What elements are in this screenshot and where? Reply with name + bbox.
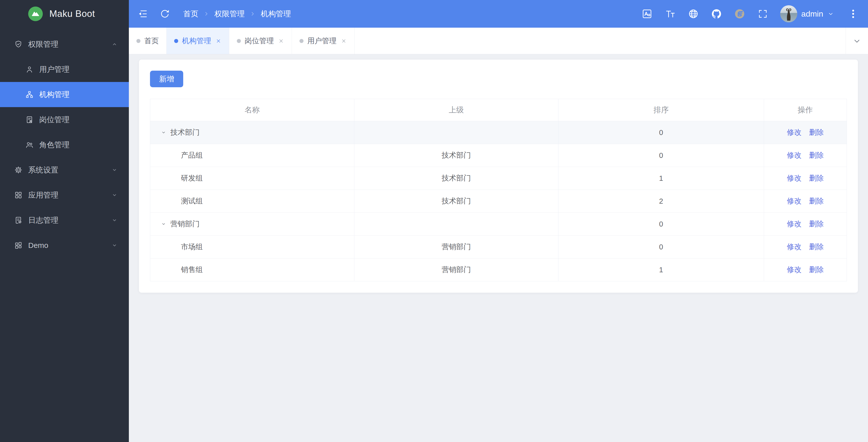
chevron-down-icon: [827, 10, 834, 18]
more-vertical-icon[interactable]: [847, 8, 859, 20]
edit-link[interactable]: 修改: [787, 128, 802, 136]
edit-link[interactable]: 修改: [787, 174, 802, 182]
table-row[interactable]: 营销部门 0 修改删除: [150, 213, 847, 236]
sidebar-item-log-management[interactable]: 日志管理: [0, 208, 129, 233]
col-actions: 操作: [764, 99, 847, 121]
user-icon: [25, 65, 34, 74]
table-row[interactable]: 研发组 技术部门 1 修改删除: [150, 167, 847, 190]
logo-mountain-icon: [28, 6, 43, 21]
add-button[interactable]: 新增: [150, 71, 183, 87]
shield-check-icon: [14, 40, 23, 48]
sidebar-item-system-settings[interactable]: 系统设置: [0, 158, 129, 182]
sidebar-item-role-management[interactable]: 角色管理: [0, 132, 129, 158]
col-sort: 排序: [558, 99, 764, 121]
expand-arrow-icon[interactable]: [160, 129, 167, 136]
org-name: 销售组: [181, 265, 203, 275]
tab-label: 首页: [144, 36, 159, 46]
org-table: 名称 上级 排序 操作 技术部门 0: [150, 99, 847, 281]
sidebar-item-label: 系统设置: [28, 165, 111, 175]
app-title: Maku Boot: [49, 8, 95, 19]
org-parent: 营销部门: [354, 236, 558, 259]
avatar: [780, 5, 797, 22]
roles-icon: [25, 141, 34, 149]
edit-link[interactable]: 修改: [787, 220, 802, 228]
org-name: 营销部门: [170, 219, 199, 229]
tabbar-dropdown[interactable]: [846, 28, 868, 54]
chevron-down-icon: [111, 166, 118, 174]
table-row[interactable]: 技术部门 0 修改删除: [150, 121, 847, 144]
tab-user-management[interactable]: 用户管理: [292, 28, 354, 54]
log-doc-icon: [14, 216, 23, 225]
table-row[interactable]: 产品组 技术部门 0 修改删除: [150, 144, 847, 167]
table-row[interactable]: 测试组 技术部门 2 修改删除: [150, 190, 847, 213]
sidebar-item-label: 机构管理: [39, 90, 118, 100]
org-sort: 2: [558, 190, 764, 213]
gitee-icon[interactable]: [734, 8, 745, 20]
chevron-right-icon: [250, 11, 256, 17]
tab-post-management[interactable]: 岗位管理: [229, 28, 292, 54]
edit-link[interactable]: 修改: [787, 266, 802, 274]
chevron-up-icon: [111, 40, 118, 48]
close-icon[interactable]: [341, 38, 347, 44]
sidebar-item-permission-management[interactable]: 权限管理: [0, 32, 129, 57]
org-parent: 营销部门: [354, 259, 558, 281]
org-parent: 技术部门: [354, 190, 558, 213]
top-header: 首页 权限管理 机构管理: [129, 0, 868, 28]
tab-home[interactable]: 首页: [129, 28, 166, 54]
sidebar-item-org-management[interactable]: 机构管理: [0, 82, 129, 107]
sidebar-item-label: 日志管理: [28, 215, 111, 226]
content-area: 新增 名称 上级 排序 操作: [129, 54, 868, 442]
globe-icon[interactable]: [687, 8, 699, 20]
table-row[interactable]: 销售组 营销部门 1 修改删除: [150, 259, 847, 281]
org-name: 市场组: [181, 242, 203, 252]
delete-link[interactable]: 删除: [809, 197, 824, 205]
refresh-icon[interactable]: [159, 8, 170, 20]
delete-link[interactable]: 删除: [809, 151, 824, 159]
delete-link[interactable]: 删除: [809, 128, 824, 136]
delete-link[interactable]: 删除: [809, 220, 824, 228]
translate-icon[interactable]: [641, 8, 653, 20]
chevron-right-icon: [203, 11, 209, 17]
tab-org-management[interactable]: 机构管理: [166, 28, 229, 54]
org-sort: 0: [558, 213, 764, 236]
breadcrumb-current: 机构管理: [261, 9, 291, 19]
delete-link[interactable]: 删除: [809, 174, 824, 182]
sidebar-item-app-management[interactable]: 应用管理: [0, 182, 129, 208]
sidebar-item-user-management[interactable]: 用户管理: [0, 57, 129, 82]
edit-link[interactable]: 修改: [787, 197, 802, 205]
main-pane: 首页 权限管理 机构管理: [129, 0, 868, 442]
org-name: 技术部门: [170, 128, 199, 138]
sidebar-item-label: 应用管理: [28, 190, 111, 200]
org-chart-icon: [25, 90, 34, 99]
demo-grid-icon: [14, 241, 23, 250]
col-name: 名称: [150, 99, 354, 121]
breadcrumb-home[interactable]: 首页: [183, 9, 198, 19]
sidebar-item-post-management[interactable]: 岗位管理: [0, 107, 129, 132]
close-icon[interactable]: [278, 38, 284, 44]
tab-dot: [136, 39, 141, 43]
edit-link[interactable]: 修改: [787, 243, 802, 251]
org-sort: 0: [558, 236, 764, 259]
edit-link[interactable]: 修改: [787, 151, 802, 159]
user-menu[interactable]: admin: [780, 5, 834, 22]
font-size-icon[interactable]: [664, 8, 676, 20]
fullscreen-icon[interactable]: [757, 8, 769, 20]
chevron-down-icon: [111, 191, 118, 199]
sidebar-fold-icon[interactable]: [137, 8, 149, 20]
sidebar-menu: 权限管理 用户管理 机构管理: [0, 28, 129, 258]
breadcrumb-permission[interactable]: 权限管理: [214, 9, 245, 19]
expand-arrow-icon[interactable]: [160, 221, 167, 227]
chevron-down-icon: [852, 37, 861, 45]
delete-link[interactable]: 删除: [809, 243, 824, 251]
app-logo[interactable]: Maku Boot: [0, 0, 129, 28]
sidebar-item-demo[interactable]: Demo: [0, 233, 129, 258]
tab-dot: [300, 39, 304, 43]
table-row[interactable]: 市场组 营销部门 0 修改删除: [150, 236, 847, 259]
close-icon[interactable]: [215, 38, 221, 44]
sidebar: Maku Boot 权限管理 用户管理 机: [0, 0, 129, 442]
chevron-down-icon: [111, 216, 118, 224]
header-right: admin: [641, 5, 859, 22]
delete-link[interactable]: 删除: [809, 266, 824, 274]
github-icon[interactable]: [711, 8, 722, 20]
org-sort: 0: [558, 121, 764, 144]
